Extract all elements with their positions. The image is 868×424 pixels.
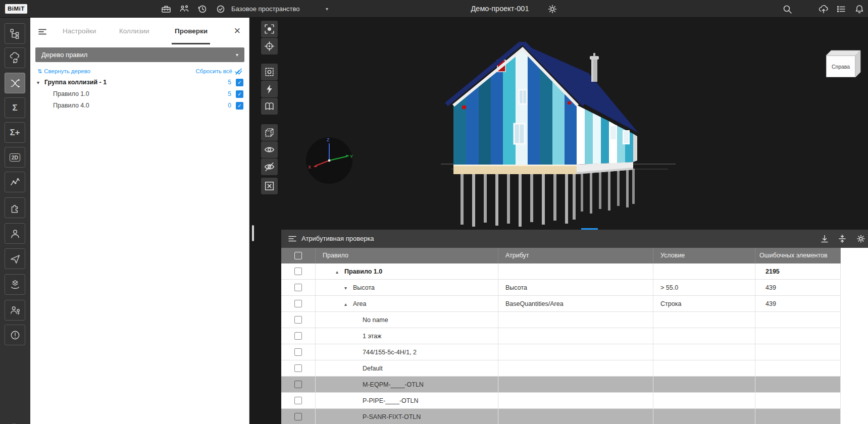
workspace-dropdown[interactable]: Базовое пространство (231, 0, 300, 18)
column-header-attribute[interactable]: Атрибут (498, 248, 653, 263)
collapse-tree-link[interactable]: ⇅ Свернуть дерево (37, 67, 90, 75)
house-model (438, 42, 691, 230)
bell-icon[interactable] (854, 4, 865, 15)
view-cube-face-label[interactable]: Справа (826, 56, 855, 77)
tab-collisions[interactable]: Коллизии (119, 18, 149, 44)
tree-item-rule[interactable]: Правило 1.0 5 ✓ (30, 88, 249, 100)
tree-item-group[interactable]: ▾ Группа коллизий - 1 5 ✓ (30, 77, 249, 88)
sidebar: Σ Σ+ 2D ? (0, 18, 30, 424)
tab-checks[interactable]: Проверки (175, 18, 208, 44)
table-row[interactable]: Default (281, 360, 841, 377)
column-header-condition[interactable]: Условие (653, 248, 755, 263)
chevron-down-icon: ▾ (236, 47, 238, 62)
table-row-selected[interactable]: M-EQPM-____-OTLN (281, 377, 841, 393)
sidebar-button-users[interactable] (5, 223, 25, 244)
chevron-down-icon[interactable]: ▾ (37, 77, 39, 88)
table-row[interactable]: No name (281, 312, 841, 328)
tool-target-center[interactable] (261, 38, 278, 55)
project-settings-gear-icon[interactable] (547, 4, 558, 15)
row-checkbox[interactable] (294, 332, 302, 340)
collapse-icon[interactable]: ▴ (336, 264, 342, 279)
table-row[interactable]: 744/155-5c-4H/1, 2 (281, 344, 841, 360)
tool-focus-selection[interactable] (261, 21, 278, 37)
collision-count: 5 (228, 77, 231, 88)
sidebar-button-graphs[interactable] (5, 172, 25, 192)
attribute-check-panel: Атрибутивная проверка Правило Атрибут Ус… (281, 230, 868, 424)
tree-checkbox[interactable]: ✓ (236, 90, 243, 98)
sidebar-button-2d-view[interactable]: 2D (5, 147, 25, 168)
sidebar-button-collisions[interactable] (5, 73, 25, 93)
row-checkbox[interactable] (294, 316, 302, 324)
attribute-table: ▴Правило 1.0 2195 ▾Высота Высота > 55.0 … (281, 263, 841, 424)
fit-rows-icon[interactable] (837, 234, 847, 244)
table-row[interactable]: ▴Правило 1.0 2195 (281, 263, 841, 280)
row-checkbox[interactable] (294, 300, 302, 307)
tool-clip-box[interactable] (261, 124, 278, 141)
sidebar-button-sum-plus[interactable]: Σ+ (5, 122, 25, 143)
row-checkbox[interactable] (294, 397, 302, 404)
app: { "colors": {"accent":"#2196f3","checkbo… (0, 0, 868, 424)
sidebar-button-sum[interactable]: Σ (5, 97, 25, 118)
attribute-panel-header: Атрибутивная проверка (281, 230, 868, 248)
search-icon[interactable] (782, 4, 793, 15)
sidebar-button-issues[interactable] (5, 325, 25, 345)
axes-gizmo[interactable]: Z Y X (304, 135, 354, 186)
cloud-upload-icon[interactable] (818, 4, 829, 15)
checks-panel: Настройки Коллизии Проверки ✕ Дерево пра… (30, 18, 249, 424)
sidebar-button-plugins[interactable] (5, 197, 25, 218)
attribute-panel-title: Атрибутивная проверка (301, 230, 374, 248)
tab-settings[interactable]: Настройки (63, 18, 96, 44)
panel-menu-icon[interactable] (287, 234, 297, 244)
sidebar-button-model-tree[interactable] (5, 23, 25, 44)
close-icon[interactable]: ✕ (234, 18, 241, 44)
tree-checkbox[interactable]: ✓ (236, 79, 243, 86)
panel-resize-indicator[interactable] (581, 228, 598, 230)
table-row[interactable]: ▾Высота Высота > 55.0 439 (281, 280, 841, 296)
tool-hide-elements[interactable] (261, 158, 278, 175)
row-checkbox[interactable] (294, 268, 302, 275)
collision-count: 5 (228, 88, 231, 100)
select-all-checkbox[interactable] (281, 248, 316, 263)
chevron-down-icon[interactable]: ▾ (326, 0, 328, 18)
row-checkbox[interactable] (294, 413, 302, 420)
table-row-selected[interactable]: P-SANR-FIXT-OTLN (281, 409, 841, 424)
sidebar-button-access[interactable] (5, 300, 25, 321)
team-icon[interactable] (179, 4, 190, 15)
tool-show-elements[interactable] (261, 141, 278, 158)
sidebar-button-layers-hand[interactable] (5, 274, 25, 295)
column-header-rule[interactable]: Правило (316, 248, 498, 263)
list-icon[interactable] (836, 4, 847, 15)
view-cube[interactable]: Справа (822, 49, 862, 79)
export-down-icon[interactable] (820, 234, 830, 244)
collision-count: 0 (228, 100, 231, 112)
table-row[interactable]: P-PIPE-____-OTLN (281, 393, 841, 409)
row-checkbox[interactable] (294, 364, 302, 372)
panel-menu-icon[interactable] (37, 27, 47, 37)
svg-text:X: X (308, 165, 311, 170)
column-header-errors[interactable]: Ошибочных элементов (755, 248, 841, 263)
panel-resize-grip[interactable] (252, 225, 254, 241)
tool-selection-area[interactable] (261, 64, 278, 80)
tool-section-view[interactable] (261, 98, 278, 115)
topbar: BiMiT Базовое пространство ▾ Демо-проект… (0, 0, 868, 18)
toolbox-icon[interactable] (161, 4, 172, 15)
sidebar-button-navigate[interactable] (5, 248, 25, 269)
reset-all-link[interactable]: Сбросить всё (196, 67, 243, 75)
tree-item-rule[interactable]: Правило 4.0 0 ✓ (30, 100, 249, 112)
table-row[interactable]: ▴Area BaseQuantities/Area Строка 439 (281, 296, 841, 312)
rules-tree-dropdown[interactable]: Дерево правил ▾ (35, 47, 244, 62)
row-checkbox[interactable] (294, 284, 302, 291)
validation-icon[interactable] (215, 4, 226, 15)
table-header: Правило Атрибут Условие Ошибочных элемен… (281, 248, 841, 263)
tool-clear-selection[interactable] (261, 178, 278, 194)
row-checkbox[interactable] (294, 381, 302, 388)
tool-quick-actions[interactable] (261, 81, 278, 97)
expand-icon[interactable]: ▾ (344, 280, 350, 295)
tree-checkbox[interactable]: ✓ (236, 102, 243, 110)
row-checkbox[interactable] (294, 348, 302, 356)
gear-icon[interactable] (856, 234, 866, 244)
table-row[interactable]: 1 этаж (281, 328, 841, 344)
collapse-icon[interactable]: ▴ (344, 296, 350, 311)
history-icon[interactable] (197, 4, 208, 15)
sidebar-button-cloud-sync[interactable] (5, 47, 25, 68)
